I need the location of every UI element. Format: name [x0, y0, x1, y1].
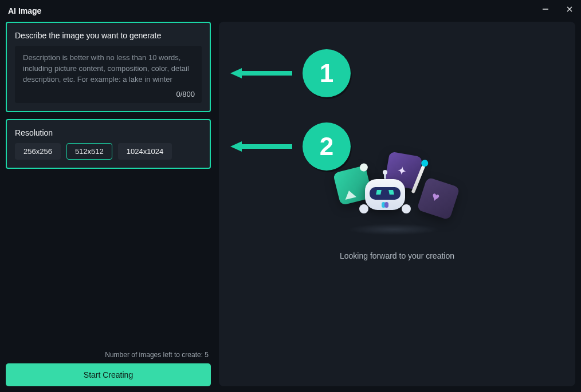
- preview-caption: Looking forward to your creation: [340, 251, 454, 260]
- char-counter: 0/800: [176, 90, 195, 98]
- illustration-robot-icon: [363, 179, 407, 219]
- left-panel: Describe the image you want to generate …: [6, 22, 211, 386]
- resolution-option-2[interactable]: 1024x1024: [118, 143, 172, 160]
- description-input[interactable]: Description is better with no less than …: [15, 46, 202, 103]
- left-footer: Number of images left to create: 5 Start…: [6, 346, 211, 386]
- resolution-heading: Resolution: [15, 128, 202, 137]
- tutorial-step-1: 1: [230, 49, 351, 97]
- illustration-card-heart-icon: ♥: [417, 177, 460, 220]
- close-button[interactable]: [563, 2, 576, 16]
- images-remaining-label: Number of images left to create: 5: [6, 351, 211, 359]
- describe-heading: Describe the image you want to generate: [15, 31, 202, 40]
- tutorial-step-2: 2: [230, 122, 351, 171]
- step-badge-1: 1: [303, 49, 351, 97]
- titlebar: AI Image: [0, 0, 581, 22]
- arrow-left-icon: [230, 68, 293, 78]
- svg-marker-4: [230, 68, 242, 78]
- arrow-left-icon: [230, 141, 293, 152]
- svg-marker-6: [230, 141, 242, 152]
- resolution-option-0[interactable]: 256x256: [15, 143, 61, 160]
- window-title: AI Image: [8, 6, 41, 15]
- start-creating-button[interactable]: Start Creating: [6, 363, 211, 386]
- description-placeholder: Description is better with no less than …: [23, 53, 194, 85]
- window-controls: [539, 2, 576, 16]
- step-badge-2: 2: [303, 122, 351, 171]
- minimize-button[interactable]: [539, 2, 552, 16]
- resolution-panel: Resolution 256x256 512x512 1024x1024: [6, 119, 211, 169]
- describe-panel: Describe the image you want to generate …: [6, 22, 211, 112]
- resolution-option-1[interactable]: 512x512: [66, 143, 112, 160]
